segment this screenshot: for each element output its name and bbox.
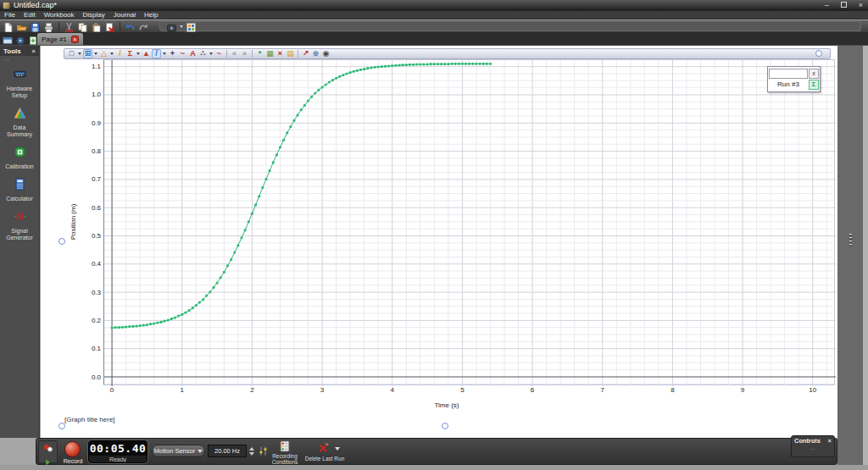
sample-rate-stepper[interactable] bbox=[248, 445, 255, 457]
tools-panel-grip[interactable]: .. bbox=[0, 56, 39, 60]
sidebar-item-signal-generator[interactable]: Signal Generator bbox=[0, 210, 39, 241]
new-file-icon[interactable] bbox=[3, 21, 14, 32]
slope-tool-menu-icon[interactable] bbox=[163, 53, 166, 55]
data-highlighter-tool-icon[interactable]: △ bbox=[99, 49, 108, 58]
y-axis-label[interactable]: Position (m) bbox=[70, 204, 77, 241]
tab-page-1[interactable]: Page #1 × bbox=[37, 33, 83, 45]
sidebar-item-hardware-setup[interactable]: Hardware Setup bbox=[0, 68, 39, 99]
sidebar-item-label: Calculator bbox=[6, 196, 33, 202]
undo-icon[interactable] bbox=[125, 21, 136, 32]
add-display-button-icon[interactable]: * bbox=[255, 49, 264, 58]
print-icon[interactable] bbox=[43, 21, 54, 32]
menu-item-display[interactable]: Display bbox=[79, 11, 109, 19]
plot-area[interactable] bbox=[104, 60, 836, 386]
legend-title-field[interactable] bbox=[769, 69, 808, 79]
controls-panel-close-icon[interactable]: × bbox=[828, 437, 832, 445]
selection-handle-top-right[interactable] bbox=[815, 50, 822, 57]
copy-icon[interactable] bbox=[77, 21, 88, 32]
divider-grip[interactable] bbox=[849, 234, 852, 246]
sidebar-item-label: Signal Generator bbox=[6, 228, 33, 241]
coordinates-tool-icon[interactable]: + bbox=[168, 49, 177, 58]
y-tick-label: 0.1 bbox=[82, 345, 101, 352]
tab-bar: Page #1 × bbox=[0, 32, 868, 46]
sidebar-item-calculator[interactable]: Calculator bbox=[0, 178, 39, 202]
graph-title-placeholder[interactable]: [Graph title here] bbox=[64, 416, 115, 423]
pin-tool-icon[interactable]: ↗ bbox=[301, 49, 310, 58]
menu-item-help[interactable]: Help bbox=[140, 11, 162, 19]
menu-item-workbook[interactable]: Workbook bbox=[40, 11, 79, 19]
delta-tool-icon[interactable]: ▲ bbox=[142, 49, 151, 58]
selection-handle-left[interactable] bbox=[58, 238, 65, 245]
save-file-icon[interactable] bbox=[30, 21, 41, 32]
tools-panel-close-icon[interactable]: × bbox=[31, 47, 36, 55]
recording-conditions-button[interactable]: Recording Conditions bbox=[266, 453, 303, 465]
delete-page-icon[interactable] bbox=[104, 21, 115, 32]
prediction-tool-icon[interactable]: ~ bbox=[214, 49, 224, 58]
delete-last-run-icon[interactable] bbox=[318, 442, 329, 453]
workbook-layout-icon[interactable] bbox=[186, 21, 197, 32]
menu-item-journal[interactable]: Journal bbox=[109, 11, 140, 19]
x-axis-label[interactable]: Time (s) bbox=[103, 401, 790, 409]
selection-handle-bottom-left[interactable] bbox=[58, 423, 65, 429]
copy-display-button-icon[interactable]: ▤ bbox=[286, 49, 295, 58]
slope-tool-icon[interactable]: / bbox=[152, 49, 161, 58]
open-file-icon[interactable] bbox=[16, 21, 27, 32]
snapshot-menu-icon[interactable] bbox=[180, 25, 183, 28]
delete-run-button-icon[interactable]: × bbox=[275, 49, 285, 58]
curve-fit-tool-icon[interactable]: ~ bbox=[178, 49, 187, 58]
snapshot-icon[interactable] bbox=[166, 21, 177, 32]
legend-run-label[interactable]: Run #3 bbox=[769, 80, 808, 90]
properties-button-icon[interactable]: ⊛ bbox=[311, 49, 320, 58]
minimize-button[interactable]: – bbox=[825, 0, 829, 10]
selection-tool-menu-icon[interactable] bbox=[78, 53, 81, 55]
highlighter-pencil-tool-icon[interactable]: / bbox=[115, 49, 125, 58]
sensor-dropdown[interactable]: Motion Sensor bbox=[152, 445, 205, 457]
recording-conditions-icon[interactable] bbox=[279, 440, 291, 452]
menu-item-edit[interactable]: Edit bbox=[19, 11, 40, 19]
record-button[interactable] bbox=[64, 441, 81, 457]
annotation-tool-icon[interactable]: A bbox=[188, 49, 198, 58]
delete-last-run-button[interactable]: Delete Last Run bbox=[300, 456, 349, 462]
sample-rate-field[interactable]: 20.00 Hz bbox=[208, 445, 247, 457]
sidebar-item-data-summary[interactable]: Data Summary bbox=[0, 107, 39, 138]
previous-run-button-icon[interactable]: « bbox=[230, 49, 239, 58]
controls-panel-grip[interactable]: .. bbox=[792, 445, 834, 450]
run-selector-icon[interactable]: Σ bbox=[809, 80, 819, 90]
timer-value: 00:05.40 bbox=[89, 441, 147, 456]
paste-icon[interactable] bbox=[91, 21, 102, 32]
tab-close-icon[interactable]: × bbox=[71, 36, 79, 43]
delete-last-run-menu-icon[interactable] bbox=[335, 447, 340, 451]
right-edge-area bbox=[863, 32, 868, 470]
scale-to-fit-tool-icon[interactable]: ⊞ bbox=[83, 49, 92, 58]
cut-icon[interactable] bbox=[64, 21, 75, 32]
graph-toolbar-separator bbox=[298, 50, 298, 58]
page-options-icon[interactable] bbox=[15, 34, 25, 44]
calibration-icon bbox=[14, 146, 26, 162]
stepper-down-icon[interactable] bbox=[249, 452, 254, 456]
select-runs-button-icon[interactable]: ▦ bbox=[265, 49, 275, 58]
display-selector-icon[interactable] bbox=[3, 34, 13, 44]
multi-coordinates-tool-menu-icon[interactable] bbox=[209, 53, 213, 55]
x-tick-label: 10 bbox=[809, 386, 816, 394]
next-run-button-icon[interactable]: » bbox=[240, 49, 249, 58]
x-tick-label: 0 bbox=[110, 386, 114, 394]
maximize-button[interactable] bbox=[841, 2, 847, 8]
sidebar-item-calibration[interactable]: Calibration bbox=[0, 146, 39, 170]
scale-to-fit-tool-menu-icon[interactable] bbox=[94, 53, 97, 55]
visibility-button-icon[interactable]: ◉ bbox=[321, 49, 331, 58]
selection-handle-bottom[interactable] bbox=[442, 423, 448, 429]
add-page-icon[interactable] bbox=[28, 34, 38, 44]
close-button[interactable]: × bbox=[859, 0, 863, 10]
y-tick-label: 0.6 bbox=[82, 204, 101, 212]
legend-close-button[interactable]: x bbox=[809, 69, 819, 79]
statistics-tool-menu-icon[interactable] bbox=[136, 53, 140, 55]
plot-container: 0.00.10.20.30.40.50.60.70.80.91.01.10123… bbox=[103, 59, 835, 385]
statistics-tool-icon[interactable]: Σ bbox=[125, 49, 135, 58]
redo-icon[interactable] bbox=[138, 21, 149, 32]
menu-item-file[interactable]: File bbox=[0, 11, 19, 19]
multi-coordinates-tool-icon[interactable]: ∴ bbox=[198, 49, 208, 58]
record-mode-icon[interactable] bbox=[39, 442, 57, 453]
selection-tool-icon[interactable]: □ bbox=[67, 49, 76, 58]
data-highlighter-tool-menu-icon[interactable] bbox=[110, 53, 114, 55]
stepper-up-icon[interactable] bbox=[249, 447, 254, 451]
